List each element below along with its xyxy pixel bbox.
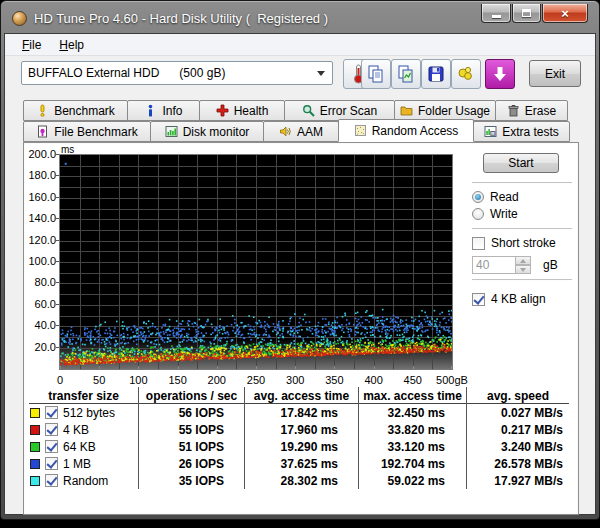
series-checkbox[interactable] xyxy=(45,423,58,436)
erase-icon xyxy=(507,104,520,117)
series-color-swatch xyxy=(30,442,40,452)
short-stroke-size: gB xyxy=(472,256,572,274)
series-checkbox[interactable] xyxy=(45,457,58,470)
random-access-chart xyxy=(59,154,453,370)
error-scan-icon xyxy=(302,104,315,117)
options-icon xyxy=(456,64,476,84)
maximize-button[interactable] xyxy=(512,4,541,23)
save-icon xyxy=(426,64,446,84)
x-axis-label: 500gB xyxy=(436,374,468,386)
app-window: HD Tune Pro 4.60 - Hard Disk Utility ( R… xyxy=(0,0,600,520)
toolbar: BUFFALO External HDD (500 gB) 32°C xyxy=(5,56,595,94)
series-color-swatch xyxy=(30,459,40,469)
x-axis-label: 50 xyxy=(93,374,105,386)
save-button[interactable] xyxy=(421,59,451,89)
options-button[interactable] xyxy=(451,59,481,89)
random-access-icon xyxy=(354,124,367,137)
separator xyxy=(472,279,572,281)
menu-help[interactable]: Help xyxy=(50,36,93,54)
tab-health[interactable]: Health xyxy=(199,100,285,121)
separator xyxy=(472,182,572,184)
copy-button[interactable] xyxy=(361,59,391,89)
x-axis-label: 0 xyxy=(57,374,63,386)
titlebar: HD Tune Pro 4.60 - Hard Disk Utility ( R… xyxy=(4,4,596,33)
menu-bar: File Help xyxy=(5,34,595,56)
table-row: 64 KB 51 IOPS 19.290 ms 33.120 ms 3.240 … xyxy=(29,438,569,455)
table-header: transfer size operations / sec avg. acce… xyxy=(29,387,569,404)
align-option[interactable]: 4 KB align xyxy=(472,292,572,306)
tab-disk-monitor[interactable]: Disk monitor xyxy=(150,121,264,142)
short-stroke-checkbox[interactable] xyxy=(472,237,485,250)
x-axis-label: 250 xyxy=(247,374,265,386)
short-stroke-input[interactable] xyxy=(472,256,516,274)
health-icon xyxy=(216,104,229,117)
exit-button[interactable]: Exit xyxy=(529,60,581,87)
copy-image-button[interactable] xyxy=(391,59,421,89)
short-stroke-stepper[interactable] xyxy=(515,256,531,274)
stepper-down-icon[interactable] xyxy=(515,265,531,274)
test-controls: Start Read Write Short stroke xyxy=(472,153,572,306)
chevron-down-icon xyxy=(317,71,325,76)
tab-benchmark[interactable]: Benchmark xyxy=(23,100,128,121)
y-axis-label: 60.0 xyxy=(24,298,56,310)
benchmark-icon xyxy=(36,104,49,117)
tab-row-1: Benchmark Info Health Error Scan Folder … xyxy=(23,100,595,121)
x-axis-label: 350 xyxy=(325,374,343,386)
table-row: 4 KB 55 IOPS 17.960 ms 33.820 ms 0.217 M… xyxy=(29,421,569,438)
download-arrow-icon xyxy=(490,64,510,84)
y-axis-label: 100.0 xyxy=(24,255,56,267)
tab-file-benchmark[interactable]: File Benchmark xyxy=(23,121,151,142)
align-checkbox[interactable] xyxy=(472,293,485,306)
minimize-icon xyxy=(492,15,501,18)
table-row: 512 bytes 56 IOPS 17.842 ms 32.450 ms 0.… xyxy=(29,404,569,421)
series-color-swatch xyxy=(30,476,40,486)
y-axis-label: 40.0 xyxy=(24,319,56,331)
y-axis-label: 180.0 xyxy=(24,169,56,181)
tab-aam[interactable]: AAM xyxy=(263,121,339,142)
series-color-swatch xyxy=(30,425,40,435)
start-button[interactable]: Start xyxy=(483,153,559,173)
series-checkbox[interactable] xyxy=(45,440,58,453)
close-button[interactable]: × xyxy=(542,4,588,23)
y-axis-label: 160.0 xyxy=(24,191,56,203)
series-color-swatch xyxy=(30,408,40,418)
drive-select[interactable]: BUFFALO External HDD (500 gB) xyxy=(21,61,333,85)
desktop-background: HD Tune Pro 4.60 - Hard Disk Utility ( R… xyxy=(0,0,600,528)
x-axis-label: 450 xyxy=(404,374,422,386)
tab-random-access[interactable]: Random Access xyxy=(338,119,474,142)
tab-extra-tests[interactable]: Extra tests xyxy=(473,121,570,142)
extra-tests-icon xyxy=(484,125,497,138)
aam-icon xyxy=(279,125,292,138)
download-button[interactable] xyxy=(485,59,515,89)
tab-error-scan[interactable]: Error Scan xyxy=(284,100,395,121)
menu-file[interactable]: File xyxy=(13,36,50,54)
tab-erase[interactable]: Erase xyxy=(495,100,568,121)
folder-usage-icon xyxy=(400,104,413,117)
write-radio[interactable] xyxy=(472,208,484,220)
short-stroke-option[interactable]: Short stroke xyxy=(472,236,572,250)
window-controls: × xyxy=(480,4,588,23)
y-axis-label: 80.0 xyxy=(24,276,56,288)
disk-monitor-icon xyxy=(165,125,178,138)
read-radio[interactable] xyxy=(472,191,484,203)
y-axis-label: 20.0 xyxy=(24,341,56,353)
write-option[interactable]: Write xyxy=(472,207,572,221)
stepper-up-icon[interactable] xyxy=(515,256,531,265)
results-table: transfer size operations / sec avg. acce… xyxy=(29,387,569,489)
maximize-icon xyxy=(522,9,531,17)
read-option[interactable]: Read xyxy=(472,190,572,204)
tab-folder-usage[interactable]: Folder Usage xyxy=(394,100,496,121)
y-axis-label: 200.0 xyxy=(24,148,56,160)
minimize-button[interactable] xyxy=(481,4,511,23)
y-axis-label: 140.0 xyxy=(24,212,56,224)
series-checkbox[interactable] xyxy=(45,474,58,487)
y-axis-label: 120.0 xyxy=(24,234,56,246)
tab-strip: Benchmark Info Health Error Scan Folder … xyxy=(5,94,595,142)
app-icon xyxy=(12,11,27,26)
copy-image-icon xyxy=(396,64,416,84)
x-axis-label: 300 xyxy=(286,374,304,386)
tab-info[interactable]: Info xyxy=(127,100,200,121)
short-stroke-unit: gB xyxy=(543,258,558,272)
separator xyxy=(472,228,572,230)
series-checkbox[interactable] xyxy=(45,406,58,419)
